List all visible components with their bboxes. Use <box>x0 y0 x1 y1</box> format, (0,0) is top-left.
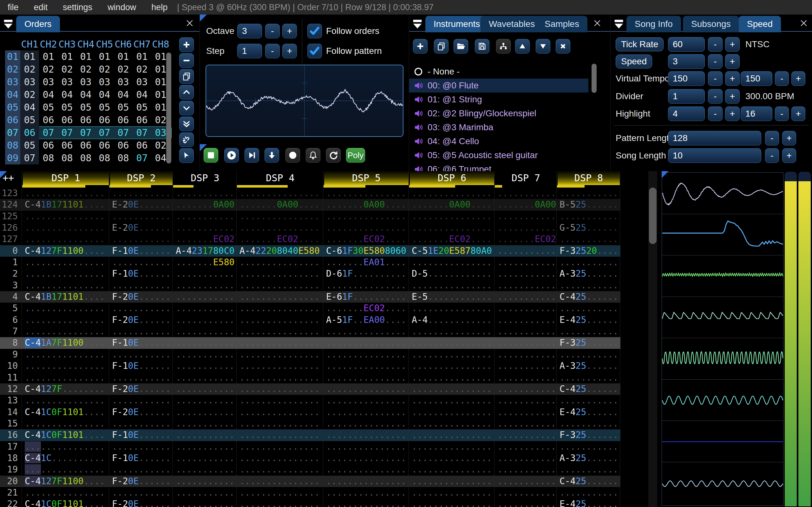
pattern-cell[interactable]: ........... <box>109 395 173 406</box>
order-cell[interactable]: 03 <box>77 76 95 89</box>
pattern-cell[interactable]: ........... <box>109 302 173 314</box>
pattern-cell[interactable]: F-20E...... <box>109 383 173 395</box>
pattern-cell[interactable]: ............... <box>237 498 323 507</box>
pattern-cell[interactable]: A-325...... <box>557 452 620 464</box>
pattern-cell[interactable]: ............... <box>409 222 495 233</box>
pattern-cell[interactable]: F-32520.... <box>557 245 620 257</box>
order-cell[interactable]: 03 <box>133 76 151 89</box>
pattern-cell[interactable]: F-10E...... <box>109 429 173 441</box>
pattern-cell[interactable]: .......0A00 <box>173 199 237 210</box>
pattern-cell[interactable]: ............... <box>237 257 323 268</box>
instrument-save-button[interactable] <box>475 39 490 54</box>
pattern-cell[interactable]: ............... <box>409 372 495 383</box>
tab-speed[interactable]: Speed <box>739 16 781 32</box>
pattern-cell[interactable]: ........... <box>109 257 173 268</box>
pattern-cell[interactable]: ............... <box>323 187 409 199</box>
order-duplicate-button[interactable] <box>179 69 194 83</box>
pattern-row-125[interactable]: 125.....................................… <box>0 211 620 222</box>
pattern-cell[interactable]: ........... <box>557 187 620 199</box>
pattern-cell[interactable]: ............... <box>22 418 109 429</box>
menu-window[interactable]: window <box>100 3 144 12</box>
pattern-cell[interactable]: ............... <box>22 349 109 360</box>
order-cell[interactable]: 07 <box>133 152 151 164</box>
order-cell[interactable]: 04 <box>39 89 58 101</box>
step-minus-button[interactable]: - <box>265 44 280 58</box>
pattern-cell[interactable]: ............... <box>323 372 409 383</box>
tab-samples[interactable]: Samples <box>537 16 588 32</box>
pattern-cell[interactable]: ............... <box>22 487 109 498</box>
pattern-cell[interactable]: ............... <box>22 441 109 452</box>
pattern-cell[interactable]: .......EC02.... <box>409 233 495 245</box>
order-cell[interactable]: 06 <box>114 114 133 126</box>
menu-edit[interactable]: edit <box>26 3 55 12</box>
pattern-cell[interactable]: ........... <box>173 395 237 406</box>
pattern-cell[interactable]: ............... <box>22 360 109 372</box>
tick-rate-input[interactable]: 60 <box>668 37 705 52</box>
pattern-cell[interactable]: ........... <box>495 245 557 257</box>
order-cell[interactable]: 01 <box>95 50 114 63</box>
pattern-cell[interactable]: ........... <box>109 326 173 337</box>
instrument-move-down-button[interactable] <box>536 39 550 54</box>
pattern-row-21[interactable]: 21......................................… <box>0 487 620 498</box>
pattern-cell[interactable]: .......EC02.... <box>237 233 323 245</box>
pattern-row-4[interactable]: 4C-41B171101....F-20E...................… <box>0 291 620 302</box>
pattern-cell[interactable]: ........... <box>495 464 557 475</box>
pattern-cell[interactable]: ............... <box>22 395 109 406</box>
order-cell[interactable]: 03 <box>95 76 114 89</box>
orders-row-01[interactable]: 010101010101010101 <box>5 50 171 63</box>
pattern-cell[interactable]: F-10E...... <box>109 245 173 257</box>
pattern-cell[interactable]: ........... <box>173 268 237 279</box>
pattern-cell[interactable]: C-61F30E5808060 <box>323 245 409 257</box>
order-cell[interactable]: 02 <box>20 63 39 76</box>
order-cell[interactable]: 07 <box>58 126 77 139</box>
tick-rate-plus-button[interactable]: + <box>725 37 740 52</box>
pattern-cell[interactable]: .......0A00.... <box>323 199 409 210</box>
pattern-row-5[interactable]: 5.......................................… <box>0 302 620 314</box>
highlight2-minus-button[interactable]: - <box>775 107 789 121</box>
pattern-cell[interactable]: ............... <box>409 395 495 406</box>
order-cell[interactable]: 01 <box>39 50 58 63</box>
tab-wavetables[interactable]: Wavetables <box>480 16 543 32</box>
order-cell[interactable]: 08 <box>95 152 114 164</box>
pattern-cell[interactable]: F-325...... <box>557 429 620 441</box>
pattern-cell[interactable]: A-4............ <box>409 314 495 326</box>
instrument-none[interactable]: - None - <box>409 65 589 78</box>
pattern-cell[interactable]: C-41A7F1100.... <box>22 337 109 349</box>
follow-orders-checkbox[interactable] <box>307 24 322 38</box>
order-cell[interactable]: 05 <box>58 101 77 114</box>
order-select-pointer-button[interactable] <box>179 148 194 163</box>
pattern-cell[interactable]: ........... <box>495 326 557 337</box>
order-cell[interactable]: 03 <box>39 76 58 89</box>
pattern-cell[interactable]: ............... <box>237 487 323 498</box>
highlight1-plus-button[interactable]: + <box>725 107 740 121</box>
pattern-cell[interactable]: E-425...... <box>557 314 620 326</box>
pattern-cell[interactable]: ............... <box>22 372 109 383</box>
pattern-cell[interactable]: C-41C0F1101.... <box>22 406 109 418</box>
pattern-cell[interactable]: E-61F.......... <box>323 291 409 302</box>
pattern-cell[interactable]: ............... <box>409 349 495 360</box>
pattern-row-15[interactable]: 15......................................… <box>0 418 620 429</box>
metronome-bell-button[interactable] <box>306 148 320 163</box>
pattern-cell[interactable]: ............... <box>323 475 409 487</box>
order-duplicate-end-button[interactable] <box>179 117 194 131</box>
pattern-cell[interactable]: .......EC02 <box>495 233 557 245</box>
follow-pattern-checkbox[interactable] <box>307 44 322 58</box>
pattern-cell[interactable]: A-325...... <box>557 268 620 279</box>
close-icon[interactable] <box>799 18 809 28</box>
pattern-cell[interactable]: ............... <box>323 452 409 464</box>
pattern-cell[interactable]: F-10E...... <box>109 452 173 464</box>
pattern-row-19[interactable]: 19......................................… <box>0 464 620 475</box>
pattern-cell[interactable]: ............... <box>323 337 409 349</box>
order-cell[interactable]: 06 <box>58 139 77 152</box>
pattern-cell[interactable]: ............... <box>22 187 109 199</box>
pattern-cell[interactable]: ............... <box>323 441 409 452</box>
instrument-item-0[interactable]: 00: @0 Flute <box>409 78 589 93</box>
pattern-cell[interactable]: ........... <box>173 187 237 199</box>
pattern-cell[interactable]: ........... <box>109 464 173 475</box>
pattern-cell[interactable]: ........... <box>109 187 173 199</box>
instrument-item-3[interactable]: 03: @3 Marimba <box>409 120 589 134</box>
tick-rate-minus-button[interactable]: - <box>708 37 722 52</box>
pattern-cell[interactable]: .......EA01.... <box>323 257 409 268</box>
pattern-row-10[interactable]: 10...............F-10E..................… <box>0 360 620 372</box>
pattern-row-3[interactable]: 3.......................................… <box>0 280 620 291</box>
